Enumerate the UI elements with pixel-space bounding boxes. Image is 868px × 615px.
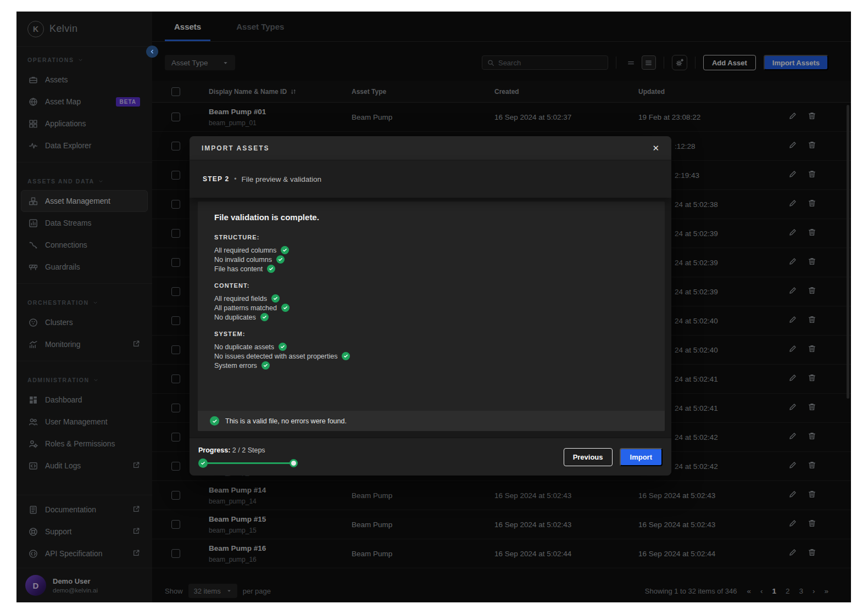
- validation-group-label: CONTENT:: [214, 282, 665, 289]
- progress-thumb[interactable]: [290, 459, 298, 467]
- validation-check: All required fields: [214, 294, 665, 303]
- check-icon: [279, 343, 287, 351]
- import-assets-modal: IMPORT ASSETS ✕ STEP 2 • File preview & …: [190, 136, 671, 476]
- progress-slider: [198, 459, 303, 468]
- validation-check: File has content: [214, 264, 665, 273]
- valid-file-note: This is a valid file, no errors were fou…: [198, 411, 665, 431]
- progress-start-check-icon: [198, 459, 208, 468]
- check-icon: [281, 304, 290, 312]
- validation-check: No duplicates: [214, 312, 665, 322]
- progress-label: Progress:: [198, 446, 230, 454]
- check-icon: [261, 361, 270, 370]
- validation-check: No issues detected with asset properties: [214, 351, 665, 361]
- progress-text: Progress: 2 / 2 Steps: [198, 446, 303, 454]
- progress-value: 2 / 2 Steps: [232, 446, 265, 454]
- modal-body: File validation is complete. STRUCTURE:A…: [190, 198, 671, 438]
- step-label: STEP 2: [203, 175, 229, 183]
- check-icon: [281, 246, 289, 254]
- check-icon: [267, 265, 275, 273]
- modal-step-bar: STEP 2 • File preview & validation: [190, 160, 671, 198]
- check-icon: [271, 294, 280, 303]
- modal-title: IMPORT ASSETS: [202, 144, 270, 152]
- chevron-left-icon: [149, 48, 155, 55]
- validation-check: System errors: [214, 361, 665, 370]
- validation-check: All patterns matched: [214, 303, 665, 312]
- validation-groups: STRUCTURE:All required columnsNo invalid…: [214, 234, 665, 370]
- modal-footer: Progress: 2 / 2 Steps Previous Import: [190, 438, 671, 476]
- app-frame: K Kelvin OPERATIONS Assets Asset Map BET…: [16, 12, 851, 602]
- close-icon[interactable]: ✕: [652, 143, 659, 153]
- step-separator: •: [234, 175, 236, 183]
- step-description: File preview & validation: [242, 175, 322, 183]
- validation-heading: File validation is complete.: [214, 213, 665, 222]
- import-button[interactable]: Import: [620, 448, 663, 466]
- validation-check: All required columns: [214, 245, 665, 255]
- validation-panel: File validation is complete. STRUCTURE:A…: [198, 202, 665, 431]
- check-icon: [210, 416, 219, 426]
- validation-group-label: STRUCTURE:: [214, 234, 665, 241]
- check-icon: [260, 313, 269, 321]
- sidebar-collapse-button[interactable]: [146, 46, 158, 58]
- validation-group-label: SYSTEM:: [214, 331, 665, 337]
- check-icon: [342, 352, 350, 360]
- progress-track: [203, 462, 294, 464]
- modal-header: IMPORT ASSETS ✕: [190, 136, 671, 160]
- validation-check: No duplicate assets: [214, 342, 665, 351]
- check-icon: [276, 255, 285, 264]
- previous-button[interactable]: Previous: [564, 448, 613, 466]
- validation-check: No invalid columns: [214, 255, 665, 264]
